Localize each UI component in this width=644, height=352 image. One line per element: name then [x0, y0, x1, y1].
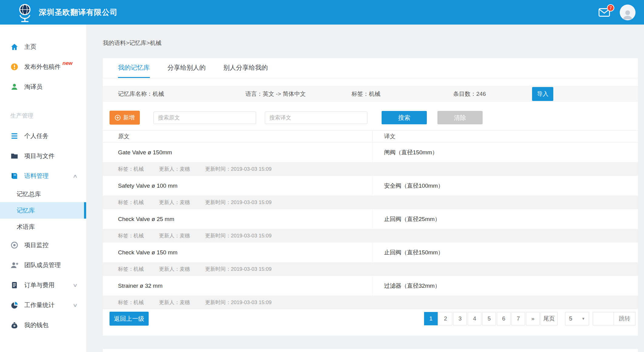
table-row[interactable]: Check Valve ø 25 mm 止回阀（直径25mm）: [103, 209, 638, 229]
user-avatar[interactable]: [620, 5, 636, 20]
meta-updater: 更新人：麦穗: [159, 232, 190, 239]
tag-value: 机械: [369, 91, 380, 97]
page-button-4[interactable]: 4: [468, 312, 481, 325]
sidebar-item-label: 我的钱包: [24, 321, 49, 329]
meta-tag: 标签：机械: [118, 166, 144, 173]
page-button-more[interactable]: »: [526, 312, 540, 325]
add-entry-button[interactable]: 新增: [110, 111, 140, 125]
page-button-last[interactable]: 尾页: [541, 312, 558, 325]
row-meta: 标签：机械 更新人：麦穗 更新时间：2019-03-03 15:09: [103, 229, 638, 243]
source-cell: Check Valve ø 25 mm: [103, 209, 373, 229]
sidebar-item-projects-files[interactable]: 项目与文件: [0, 146, 86, 166]
corpus-book-icon: [10, 172, 19, 180]
import-button[interactable]: 导入: [532, 87, 553, 101]
tab-shared-by-me[interactable]: 分享给别人的: [167, 58, 206, 78]
folder-icon: [10, 152, 19, 160]
toolbar: 新增 搜索 清除: [103, 111, 638, 125]
table-body: Gate Valve ø 150mm 闸阀（直径150mm） 标签：机械 更新人…: [103, 142, 638, 309]
sidebar-item-label: 项目监控: [24, 241, 49, 249]
search-source-input[interactable]: [153, 112, 256, 124]
page-button-1[interactable]: 1: [424, 312, 438, 325]
meta-tag: 标签：机械: [118, 232, 144, 239]
table-row[interactable]: Safety Valve ø 100 mm 安全阀（直径100mm）: [103, 176, 638, 196]
next-section-strip: [103, 349, 638, 352]
pie-chart-icon: [10, 301, 19, 309]
sidebar-item-my-wallet[interactable]: 我的钱包: [0, 315, 86, 335]
page-button-3[interactable]: 3: [453, 312, 467, 325]
sidebar-subitem-memory-lib[interactable]: 记忆库: [0, 202, 86, 219]
sidebar-item-label: 工作量统计: [24, 301, 55, 309]
sidebar-item-project-monitoring[interactable]: 项目监控: [0, 235, 86, 255]
meta-updated-time: 更新时间：2019-03-03 15:09: [205, 266, 271, 273]
entry-count-value: 246: [476, 91, 486, 97]
chevron-down-icon: ∨: [72, 282, 78, 288]
page-size-select[interactable]: 5 ▼: [565, 312, 589, 325]
target-cell: 过滤器（直径32mm）: [373, 276, 638, 296]
sidebar-item-label: 淘译员: [24, 83, 42, 91]
card-footer: 返回上一级 1 2 3 4 5 6 7 » 尾页 5 ▼ 跳转: [103, 312, 638, 336]
page-button-5[interactable]: 5: [482, 312, 496, 325]
sidebar: 主页 发布外包稿件 new 淘译员 生产管理 个人任务 项目与文件 语料管理 ∧: [0, 25, 86, 352]
sidebar-subitem-term-lib[interactable]: 术语库: [0, 219, 86, 235]
plus-circle-icon: [115, 115, 121, 121]
sidebar-item-label: 语料管理: [24, 172, 49, 180]
row-meta: 标签：机械 更新人：麦穗 更新时间：2019-03-03 15:09: [103, 262, 638, 276]
sidebar-item-workload-stats[interactable]: 工作量统计 ∨: [0, 295, 86, 315]
page-button-6[interactable]: 6: [497, 312, 511, 325]
sidebar-item-home[interactable]: 主页: [0, 37, 86, 57]
meta-updater: 更新人：麦穗: [159, 266, 190, 273]
column-header-target: 译文: [373, 131, 638, 142]
sidebar-section-production: 生产管理: [0, 106, 86, 126]
meta-updater: 更新人：麦穗: [159, 166, 190, 173]
sidebar-item-label: 主页: [24, 43, 36, 51]
sidebar-item-label: 术语库: [17, 223, 35, 231]
clear-button[interactable]: 清除: [437, 111, 483, 124]
new-badge: new: [62, 60, 72, 66]
page-button-7[interactable]: 7: [511, 312, 525, 325]
sidebar-subitem-memory-master-lib[interactable]: 记忆总库: [0, 186, 86, 202]
search-target-input[interactable]: [265, 112, 367, 124]
sidebar-item-publish-outsource[interactable]: 发布外包稿件 new: [0, 57, 86, 77]
table-row[interactable]: Check Valve ø 150 mm 止回阀（直径150mm）: [103, 243, 638, 262]
target-cell: 止回阀（直径150mm）: [373, 243, 638, 262]
main-content: 我的语料>记忆库>机械 我的记忆库 分享给别人的 别人分享给我的 记忆库名称：机…: [86, 25, 644, 352]
search-button[interactable]: 搜索: [382, 111, 427, 124]
sidebar-item-label: 个人任务: [24, 132, 49, 140]
announce-icon: [10, 63, 19, 71]
sidebar-item-label: 发布外包稿件: [24, 63, 61, 71]
mail-button[interactable]: 7: [598, 8, 610, 17]
tab-shared-with-me[interactable]: 别人分享给我的: [223, 58, 268, 78]
task-list-icon: [10, 132, 19, 140]
jump-button[interactable]: 跳转: [614, 312, 636, 325]
memory-library-card: 我的记忆库 分享给别人的 别人分享给我的 记忆库名称：机械 语言：英文 -> 简…: [103, 58, 638, 336]
sidebar-item-label: 项目与文件: [24, 152, 55, 160]
tab-my-memory[interactable]: 我的记忆库: [118, 58, 150, 78]
sidebar-item-label: 记忆库: [17, 206, 35, 215]
sidebar-item-label: 记忆总库: [17, 190, 41, 198]
entry-count-label: 条目数：: [453, 91, 476, 97]
row-meta: 标签：机械 更新人：麦穗 更新时间：2019-03-03 15:09: [103, 296, 638, 309]
row-meta: 标签：机械 更新人：麦穗 更新时间：2019-03-03 15:09: [103, 196, 638, 209]
home-icon: [10, 43, 19, 51]
library-name-value: 机械: [153, 91, 164, 97]
monitor-target-icon: [10, 241, 19, 249]
sidebar-item-corpus-management[interactable]: 语料管理 ∧: [0, 166, 86, 186]
target-cell: 闸阀（直径150mm）: [373, 142, 638, 162]
target-cell: 安全阀（直径100mm）: [373, 176, 638, 196]
meta-updated-time: 更新时间：2019-03-03 15:09: [205, 166, 271, 173]
back-button[interactable]: 返回上一级: [110, 312, 149, 326]
table-row[interactable]: Gate Valve ø 150mm 闸阀（直径150mm）: [103, 142, 638, 162]
sidebar-item-personal-tasks[interactable]: 个人任务: [0, 126, 86, 146]
language-value: 英文 -> 简体中文: [263, 91, 306, 97]
page-button-2[interactable]: 2: [439, 312, 452, 325]
source-cell: Safety Valve ø 100 mm: [103, 176, 373, 196]
mail-count-badge: 7: [607, 4, 614, 12]
jump-page-input[interactable]: [593, 312, 614, 325]
sidebar-item-team-management[interactable]: 团队成员管理: [0, 255, 86, 275]
row-meta: 标签：机械 更新人：麦穗 更新时间：2019-03-03 15:09: [103, 162, 638, 176]
meta-updated-time: 更新时间：2019-03-03 15:09: [205, 232, 271, 239]
table-row[interactable]: Strainer ø 32 mm 过滤器（直径32mm）: [103, 276, 638, 296]
breadcrumb[interactable]: 我的语料>记忆库>机械: [103, 39, 644, 47]
sidebar-item-translator-market[interactable]: 淘译员: [0, 77, 86, 97]
sidebar-item-orders-fees[interactable]: 订单与费用 ∨: [0, 275, 86, 295]
